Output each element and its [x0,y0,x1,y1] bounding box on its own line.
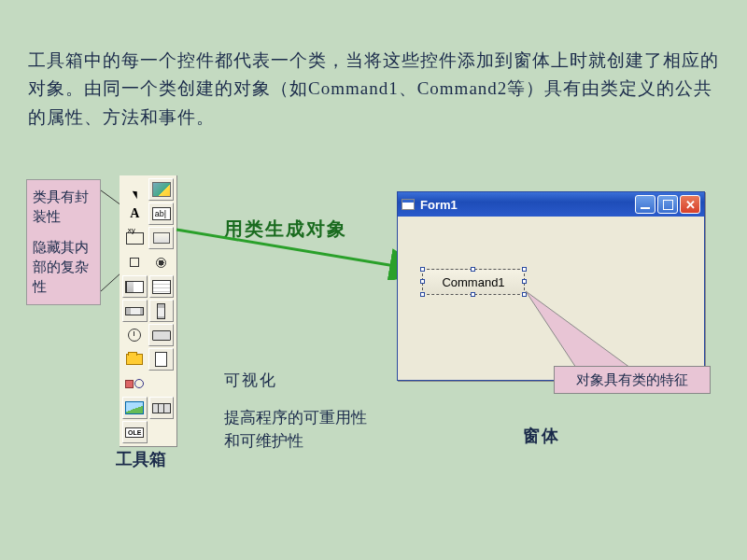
toolbox-panel: Aab| OLE [120,175,177,447]
frame-tool[interactable] [122,227,147,249]
form-icon [402,199,415,210]
combobox-tool[interactable] [122,275,148,298]
optionbutton-tool[interactable] [149,251,175,273]
close-button[interactable] [680,195,700,214]
commandbutton-tool[interactable] [148,227,174,249]
checkbox-tool[interactable] [122,251,148,273]
hscrollbar-tool[interactable] [122,300,148,322]
intro-paragraph: 工具箱中的每一个控件都代表一个类，当将这些控件添加到窗体上时就创建了相应的对象。… [28,47,719,132]
maximize-button[interactable] [657,195,678,214]
svg-line-1 [101,273,121,291]
filelistbox-tool[interactable] [148,348,174,371]
resize-handle[interactable] [522,267,527,272]
drivelistbox-tool[interactable] [148,324,174,346]
data-tool[interactable] [149,397,175,419]
note-line-2: 隐藏其内部的复杂性 [33,238,94,297]
timer-tool[interactable] [122,324,147,346]
ole-tool[interactable]: OLE [122,421,148,443]
resize-handle[interactable] [471,292,475,297]
encapsulation-note: 类具有封装性 隐藏其内部的复杂性 [26,179,101,305]
mid-line-1: 可视化 [224,369,374,393]
svg-line-0 [101,190,121,205]
mid-text-block: 可视化 提高程序的可重用性和可维护性 [224,369,374,454]
picturebox-tool[interactable] [148,178,174,201]
minimize-button[interactable] [635,195,655,214]
line-tool[interactable] [149,372,175,395]
toolbox-label: 工具箱 [116,448,166,470]
resize-handle[interactable] [471,267,475,272]
command1-button[interactable]: Command1 [422,269,525,295]
vscrollbar-tool[interactable] [149,300,175,322]
resize-handle[interactable] [420,292,425,297]
form-design-surface[interactable]: Command1 [398,217,704,380]
form-window: Form1 Command1 [397,191,705,381]
textbox-tool[interactable]: ab| [148,203,174,225]
command1-label: Command1 [442,275,504,289]
note-line-1: 类具有封装性 [33,188,94,227]
image-tool[interactable] [122,397,148,419]
shape-tool[interactable] [122,372,148,395]
label-tool[interactable]: A [122,203,147,225]
arrow-label: 用类生成对象 [224,217,347,242]
listbox-tool[interactable] [149,275,175,298]
object-callout: 对象具有类的特征 [554,366,711,394]
dirlistbox-tool[interactable] [122,348,147,371]
pointer-tool[interactable] [122,178,147,201]
form-titlebar[interactable]: Form1 [398,192,704,217]
form-title: Form1 [420,198,635,212]
resize-handle[interactable] [420,279,425,284]
resize-handle[interactable] [420,267,425,272]
resize-handle[interactable] [522,279,527,284]
form-label: 窗体 [523,425,560,447]
mid-line-2: 提高程序的可重用性和可维护性 [224,406,374,454]
resize-handle[interactable] [522,292,527,297]
empty-tool [149,421,174,443]
